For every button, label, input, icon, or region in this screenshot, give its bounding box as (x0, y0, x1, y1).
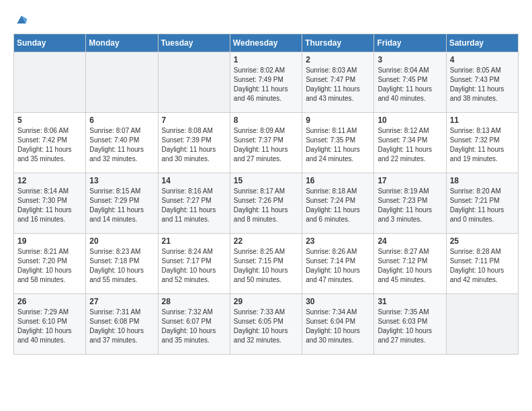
day-info: Sunrise: 8:28 AM Sunset: 7:11 PM Dayligh… (450, 247, 515, 285)
day-info: Sunrise: 8:23 AM Sunset: 7:18 PM Dayligh… (89, 247, 154, 285)
day-info: Sunrise: 8:12 AM Sunset: 7:34 PM Dayligh… (378, 126, 442, 164)
day-header-tuesday: Tuesday (158, 34, 230, 52)
day-header-sunday: Sunday (14, 34, 86, 52)
day-number: 6 (89, 116, 154, 125)
day-info: Sunrise: 8:27 AM Sunset: 7:12 PM Dayligh… (378, 247, 442, 285)
logo-icon (15, 13, 28, 27)
day-header-saturday: Saturday (446, 34, 518, 52)
calendar-cell (446, 294, 518, 355)
day-number: 10 (378, 116, 442, 125)
day-info: Sunrise: 7:33 AM Sunset: 6:05 PM Dayligh… (234, 308, 298, 345)
day-number: 11 (450, 116, 515, 125)
day-number: 15 (234, 176, 298, 185)
calendar-cell: 12Sunrise: 8:14 AM Sunset: 7:30 PM Dayli… (14, 173, 86, 234)
day-number: 24 (378, 236, 442, 246)
days-header-row: SundayMondayTuesdayWednesdayThursdayFrid… (14, 34, 519, 52)
day-number: 18 (450, 176, 515, 185)
day-info: Sunrise: 7:35 AM Sunset: 6:03 PM Dayligh… (378, 308, 442, 345)
calendar-cell: 10Sunrise: 8:12 AM Sunset: 7:34 PM Dayli… (374, 113, 446, 173)
calendar-cell: 5Sunrise: 8:06 AM Sunset: 7:42 PM Daylig… (14, 113, 86, 173)
day-number: 9 (306, 116, 370, 125)
calendar-cell (14, 52, 86, 113)
week-row-1: 1Sunrise: 8:02 AM Sunset: 7:49 PM Daylig… (14, 52, 519, 113)
day-number: 25 (450, 236, 515, 246)
logo (13, 13, 28, 27)
day-info: Sunrise: 8:13 AM Sunset: 7:32 PM Dayligh… (450, 126, 515, 164)
day-number: 31 (378, 297, 442, 306)
logo-text (13, 13, 28, 27)
day-info: Sunrise: 8:17 AM Sunset: 7:26 PM Dayligh… (234, 187, 298, 224)
calendar-cell (158, 52, 230, 113)
calendar-cell: 15Sunrise: 8:17 AM Sunset: 7:26 PM Dayli… (230, 173, 302, 234)
day-header-friday: Friday (374, 34, 446, 52)
day-number: 26 (17, 297, 82, 306)
page-header (13, 13, 519, 27)
calendar-cell: 11Sunrise: 8:13 AM Sunset: 7:32 PM Dayli… (446, 113, 518, 173)
day-number: 13 (89, 176, 154, 185)
day-number: 1 (234, 55, 298, 64)
calendar-cell: 29Sunrise: 7:33 AM Sunset: 6:05 PM Dayli… (230, 294, 302, 355)
day-info: Sunrise: 8:04 AM Sunset: 7:45 PM Dayligh… (378, 66, 442, 103)
calendar-cell: 28Sunrise: 7:32 AM Sunset: 6:07 PM Dayli… (158, 294, 230, 355)
day-number: 2 (306, 55, 370, 64)
day-number: 16 (306, 176, 370, 185)
day-info: Sunrise: 8:09 AM Sunset: 7:37 PM Dayligh… (234, 126, 298, 164)
calendar-cell: 19Sunrise: 8:21 AM Sunset: 7:20 PM Dayli… (14, 234, 86, 294)
day-number: 29 (234, 297, 298, 306)
day-number: 4 (450, 55, 515, 64)
calendar-cell: 26Sunrise: 7:29 AM Sunset: 6:10 PM Dayli… (14, 294, 86, 355)
day-info: Sunrise: 8:25 AM Sunset: 7:15 PM Dayligh… (234, 247, 298, 285)
day-number: 22 (234, 236, 298, 246)
calendar-cell: 9Sunrise: 8:11 AM Sunset: 7:35 PM Daylig… (302, 113, 374, 173)
day-number: 8 (234, 116, 298, 125)
calendar-cell: 21Sunrise: 8:24 AM Sunset: 7:17 PM Dayli… (158, 234, 230, 294)
day-info: Sunrise: 8:05 AM Sunset: 7:43 PM Dayligh… (450, 66, 515, 103)
day-header-thursday: Thursday (302, 34, 374, 52)
calendar-cell: 25Sunrise: 8:28 AM Sunset: 7:11 PM Dayli… (446, 234, 518, 294)
calendar-cell: 2Sunrise: 8:03 AM Sunset: 7:47 PM Daylig… (302, 52, 374, 113)
day-number: 27 (89, 297, 154, 306)
day-info: Sunrise: 8:14 AM Sunset: 7:30 PM Dayligh… (17, 187, 82, 224)
day-info: Sunrise: 8:20 AM Sunset: 7:21 PM Dayligh… (450, 187, 515, 224)
calendar-table: SundayMondayTuesdayWednesdayThursdayFrid… (13, 34, 519, 355)
week-row-2: 5Sunrise: 8:06 AM Sunset: 7:42 PM Daylig… (14, 113, 519, 173)
day-info: Sunrise: 8:06 AM Sunset: 7:42 PM Dayligh… (17, 126, 82, 164)
calendar-cell: 8Sunrise: 8:09 AM Sunset: 7:37 PM Daylig… (230, 113, 302, 173)
day-info: Sunrise: 7:31 AM Sunset: 6:08 PM Dayligh… (89, 308, 154, 345)
day-number: 19 (17, 236, 82, 246)
day-info: Sunrise: 8:18 AM Sunset: 7:24 PM Dayligh… (306, 187, 370, 224)
day-info: Sunrise: 8:08 AM Sunset: 7:39 PM Dayligh… (162, 126, 226, 164)
day-info: Sunrise: 8:24 AM Sunset: 7:17 PM Dayligh… (162, 247, 226, 285)
day-info: Sunrise: 8:07 AM Sunset: 7:40 PM Dayligh… (89, 126, 154, 164)
calendar-cell: 14Sunrise: 8:16 AM Sunset: 7:27 PM Dayli… (158, 173, 230, 234)
day-number: 20 (89, 236, 154, 246)
calendar-cell: 20Sunrise: 8:23 AM Sunset: 7:18 PM Dayli… (86, 234, 158, 294)
day-number: 7 (162, 116, 226, 125)
calendar-cell: 13Sunrise: 8:15 AM Sunset: 7:29 PM Dayli… (86, 173, 158, 234)
day-info: Sunrise: 7:34 AM Sunset: 6:04 PM Dayligh… (306, 308, 370, 345)
day-number: 30 (306, 297, 370, 306)
calendar-cell: 18Sunrise: 8:20 AM Sunset: 7:21 PM Dayli… (446, 173, 518, 234)
day-info: Sunrise: 8:02 AM Sunset: 7:49 PM Dayligh… (234, 66, 298, 103)
day-info: Sunrise: 7:32 AM Sunset: 6:07 PM Dayligh… (162, 308, 226, 345)
day-number: 5 (17, 116, 82, 125)
day-info: Sunrise: 8:16 AM Sunset: 7:27 PM Dayligh… (162, 187, 226, 224)
calendar-cell: 27Sunrise: 7:31 AM Sunset: 6:08 PM Dayli… (86, 294, 158, 355)
day-number: 28 (162, 297, 226, 306)
day-info: Sunrise: 8:21 AM Sunset: 7:20 PM Dayligh… (17, 247, 82, 285)
calendar-cell: 17Sunrise: 8:19 AM Sunset: 7:23 PM Dayli… (374, 173, 446, 234)
day-info: Sunrise: 7:29 AM Sunset: 6:10 PM Dayligh… (17, 308, 82, 345)
day-number: 3 (378, 55, 442, 64)
week-row-4: 19Sunrise: 8:21 AM Sunset: 7:20 PM Dayli… (14, 234, 519, 294)
calendar-cell: 22Sunrise: 8:25 AM Sunset: 7:15 PM Dayli… (230, 234, 302, 294)
calendar-cell (86, 52, 158, 113)
day-info: Sunrise: 8:15 AM Sunset: 7:29 PM Dayligh… (89, 187, 154, 224)
calendar-cell: 1Sunrise: 8:02 AM Sunset: 7:49 PM Daylig… (230, 52, 302, 113)
day-number: 17 (378, 176, 442, 185)
day-header-wednesday: Wednesday (230, 34, 302, 52)
day-number: 12 (17, 176, 82, 185)
day-number: 14 (162, 176, 226, 185)
day-info: Sunrise: 8:26 AM Sunset: 7:14 PM Dayligh… (306, 247, 370, 285)
calendar-cell: 4Sunrise: 8:05 AM Sunset: 7:43 PM Daylig… (446, 52, 518, 113)
calendar-cell: 3Sunrise: 8:04 AM Sunset: 7:45 PM Daylig… (374, 52, 446, 113)
